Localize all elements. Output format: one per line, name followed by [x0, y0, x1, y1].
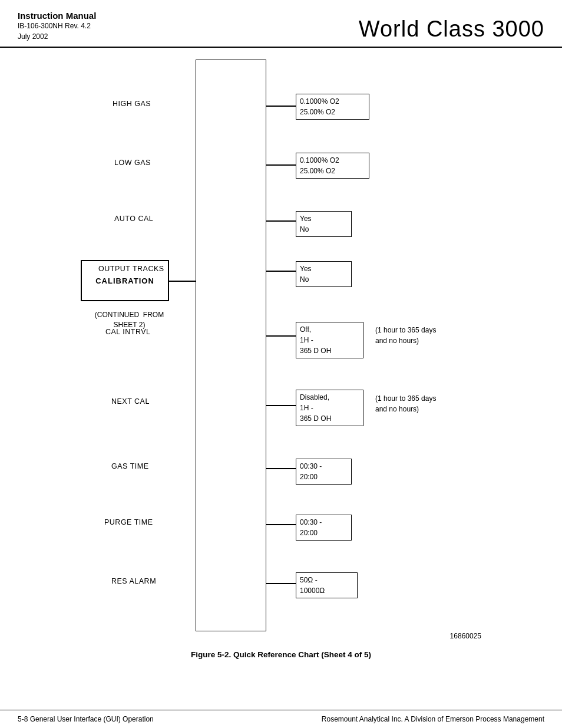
- subtitle-line1: IB-106-300NH Rev. 4.2: [18, 22, 91, 30]
- diagram: CALIBRATION (CONTINUED FROM SHEET 2) HIG…: [81, 60, 481, 643]
- high-gas-opt2: 25.00% O2: [300, 107, 365, 117]
- main-content: CALIBRATION (CONTINUED FROM SHEET 2) HIG…: [0, 48, 562, 671]
- auto-cal-hline: [266, 220, 296, 222]
- calibration-label: CALIBRATION: [95, 276, 154, 285]
- gas-time-opt2: 20:00: [300, 472, 348, 482]
- gas-time-option: 00:30 - 20:00: [296, 459, 352, 485]
- output-tracks-label: OUTPUT TRACKS: [98, 265, 164, 273]
- res-alarm-option: 50Ω - 10000Ω: [296, 572, 358, 598]
- res-alarm-hline: [266, 583, 296, 584]
- next-cal-opt2: 1H -: [300, 403, 359, 413]
- header-left: Instruction Manual IB-106-300NH Rev. 4.2…: [18, 11, 96, 42]
- cal-intrvl-opt1: Off,: [300, 324, 359, 335]
- output-tracks-option: Yes No: [296, 261, 352, 287]
- manual-title: Instruction Manual: [18, 11, 96, 21]
- manual-subtitle: IB-106-300NH Rev. 4.2 July 2002: [18, 21, 96, 42]
- cal-intrvl-opt2: 1H -: [300, 335, 359, 345]
- output-tracks-opt1: Yes: [300, 263, 348, 274]
- output-tracks-hline: [266, 271, 296, 272]
- purge-time-hline: [266, 524, 296, 525]
- purge-time-opt2: 20:00: [300, 528, 348, 538]
- next-cal-hline: [266, 405, 296, 406]
- cal-intrvl-note1: (1 hour to 365 days: [375, 325, 436, 335]
- purge-time-option: 00:30 - 20:00: [296, 515, 352, 541]
- high-gas-label: HIGH GAS: [113, 100, 151, 108]
- low-gas-label: LOW GAS: [114, 159, 151, 167]
- brand-name: World Class 3000: [359, 17, 544, 42]
- cal-intrvl-label: CAL INTRVL: [105, 328, 151, 336]
- purge-time-label: PURGE TIME: [104, 518, 153, 526]
- spine-box: [196, 60, 266, 631]
- high-gas-hline: [266, 106, 296, 107]
- gas-time-opt1: 00:30 -: [300, 461, 348, 472]
- low-gas-opt1: 0.1000% O2: [300, 155, 365, 166]
- output-tracks-opt2: No: [300, 274, 348, 285]
- next-cal-option: Disabled, 1H - 365 D OH: [296, 390, 363, 426]
- cal-connector-line: [169, 281, 196, 282]
- cal-intrvl-option: Off, 1H - 365 D OH: [296, 322, 363, 358]
- cal-intrvl-note: (1 hour to 365 days and no hours): [375, 325, 436, 346]
- low-gas-option: 0.1000% O2 25.00% O2: [296, 153, 369, 179]
- next-cal-note: (1 hour to 365 days and no hours): [375, 393, 436, 414]
- low-gas-opt2: 25.00% O2: [300, 166, 365, 176]
- next-cal-note2: and no hours): [375, 404, 436, 414]
- continued-from-text: (CONTINUED FROM SHEET 2): [87, 310, 172, 330]
- cal-intrvl-hline: [266, 335, 296, 337]
- page-footer: 5-8 General User Interface (GUI) Operati…: [0, 710, 562, 728]
- auto-cal-opt2: No: [300, 224, 348, 235]
- res-alarm-label: RES ALARM: [111, 577, 156, 585]
- auto-cal-option: Yes No: [296, 211, 352, 237]
- page-header: Instruction Manual IB-106-300NH Rev. 4.2…: [0, 0, 562, 48]
- gas-time-hline: [266, 468, 296, 469]
- purge-time-opt1: 00:30 -: [300, 517, 348, 528]
- low-gas-hline: [266, 164, 296, 166]
- gas-time-label: GAS TIME: [111, 462, 149, 470]
- next-cal-opt1: Disabled,: [300, 392, 359, 403]
- next-cal-opt3: 365 D OH: [300, 413, 359, 424]
- high-gas-option: 0.1000% O2 25.00% O2: [296, 94, 369, 120]
- subtitle-line2: July 2002: [18, 32, 48, 41]
- cal-intrvl-opt3: 365 D OH: [300, 345, 359, 356]
- figure-number: 16860025: [450, 632, 481, 640]
- figure-caption: Figure 5-2. Quick Reference Chart (Sheet…: [18, 650, 544, 659]
- footer-right: Rosemount Analytical Inc. A Division of …: [322, 715, 544, 723]
- auto-cal-label: AUTO CAL: [114, 215, 153, 223]
- res-alarm-opt1: 50Ω -: [300, 575, 353, 585]
- header-right: World Class 3000: [359, 17, 544, 42]
- next-cal-label: NEXT CAL: [111, 397, 150, 406]
- cal-intrvl-note2: and no hours): [375, 335, 436, 346]
- next-cal-note1: (1 hour to 365 days: [375, 393, 436, 404]
- footer-left: 5-8 General User Interface (GUI) Operati…: [18, 715, 154, 723]
- auto-cal-opt1: Yes: [300, 213, 348, 224]
- res-alarm-opt2: 10000Ω: [300, 585, 353, 596]
- high-gas-opt1: 0.1000% O2: [300, 96, 365, 107]
- continued-label: (CONTINUED FROM SHEET 2): [95, 311, 164, 329]
